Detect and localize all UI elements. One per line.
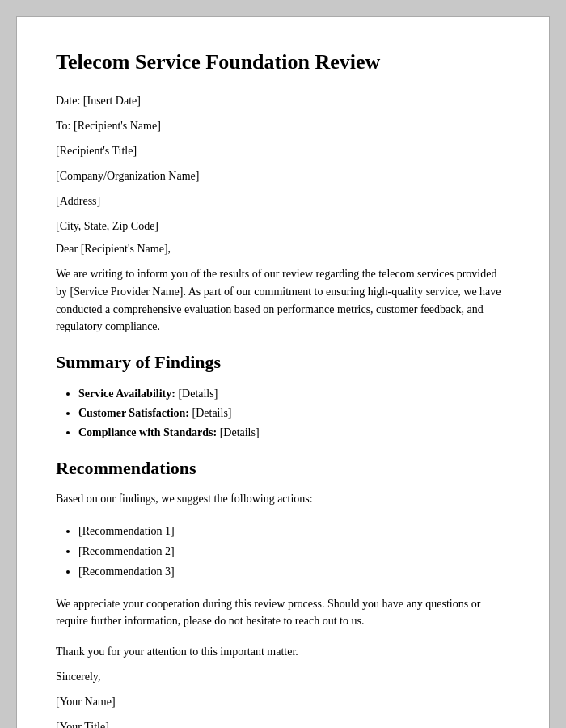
closing-paragraph-2: Thank you for your attention to this imp… [56, 643, 510, 660]
salutation: Dear [Recipient's Name], [56, 243, 510, 256]
your-name: [Your Name] [56, 693, 510, 710]
intro-paragraph: We are writing to inform you of the resu… [56, 265, 510, 336]
recommendations-list: [Recommendation 1] [Recommendation 2] [R… [56, 521, 510, 582]
city-state-zip-line: [City, State, Zip Code] [56, 218, 510, 235]
to-line: To: [Recipient's Name] [56, 117, 510, 134]
recommendation-item-1: [Recommendation 1] [78, 521, 510, 541]
finding-2-text: [Details] [189, 407, 231, 419]
finding-3-bold: Compliance with Standards: [78, 426, 217, 438]
findings-list: Service Availability: [Details] Customer… [56, 384, 510, 442]
document-title: Telecom Service Foundation Review [56, 49, 510, 74]
sincerely: Sincerely, [56, 668, 510, 685]
date-line: Date: [Insert Date] [56, 92, 510, 109]
summary-heading: Summary of Findings [56, 352, 510, 373]
your-title: [Your Title] [56, 718, 510, 728]
finding-1-bold: Service Availability: [78, 387, 175, 400]
finding-1-text: [Details] [175, 387, 218, 400]
recommendation-item-2: [Recommendation 2] [78, 541, 510, 561]
recommendations-intro: Based on our findings, we suggest the fo… [56, 490, 510, 508]
company-line: [Company/Organization Name] [56, 167, 510, 184]
document-page: Telecom Service Foundation Review Date: … [16, 16, 550, 728]
recommendations-heading: Recommendations [56, 458, 510, 479]
finding-item-3: Compliance with Standards: [Details] [78, 423, 510, 442]
finding-item-1: Service Availability: [Details] [78, 384, 510, 404]
recommendation-item-3: [Recommendation 3] [78, 561, 510, 582]
finding-3-text: [Details] [217, 426, 259, 438]
closing-paragraph-1: We appreciate your cooperation during th… [56, 595, 510, 630]
finding-item-2: Customer Satisfaction: [Details] [78, 404, 510, 423]
recipient-title-line: [Recipient's Title] [56, 142, 510, 159]
finding-2-bold: Customer Satisfaction: [78, 407, 189, 419]
address-line: [Address] [56, 193, 510, 210]
